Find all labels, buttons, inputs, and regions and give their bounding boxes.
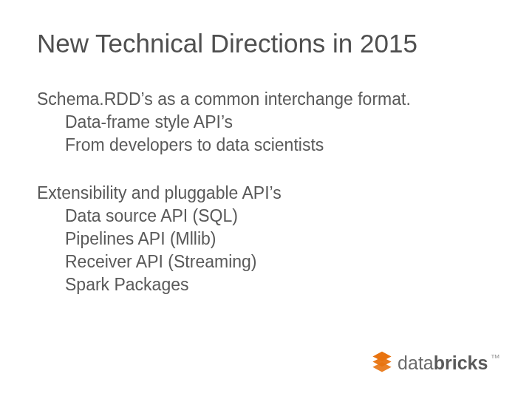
section-2-item-2: Pipelines API (Mllib) — [65, 228, 495, 250]
logo-suffix: bricks — [434, 352, 488, 373]
svg-marker-2 — [372, 362, 391, 372]
logo-prefix: data — [398, 352, 434, 373]
slide: New Technical Directions in 2015 Schema.… — [0, 0, 532, 399]
databricks-logo-icon — [371, 350, 393, 375]
section-2-item-1: Data source API (SQL) — [65, 205, 495, 228]
section-1-lead: Schema.RDD’s as a common interchange for… — [37, 88, 495, 111]
slide-title: New Technical Directions in 2015 — [37, 30, 495, 58]
databricks-logo: databricks TM — [371, 350, 499, 375]
section-1-item-2: From developers to data scientists — [65, 134, 495, 157]
section-1-item-1: Data-frame style API’s — [65, 111, 495, 134]
section-1: Schema.RDD’s as a common interchange for… — [37, 88, 495, 157]
section-2-item-4: Spark Packages — [65, 273, 495, 296]
trademark-symbol: TM — [491, 353, 499, 360]
section-2-item-3: Receiver API (Streaming) — [65, 250, 495, 273]
section-2-lead: Extensibility and pluggable API’s — [37, 182, 495, 205]
section-2: Extensibility and pluggable API’s Data s… — [37, 182, 495, 296]
databricks-logo-text: databricks — [398, 352, 488, 374]
